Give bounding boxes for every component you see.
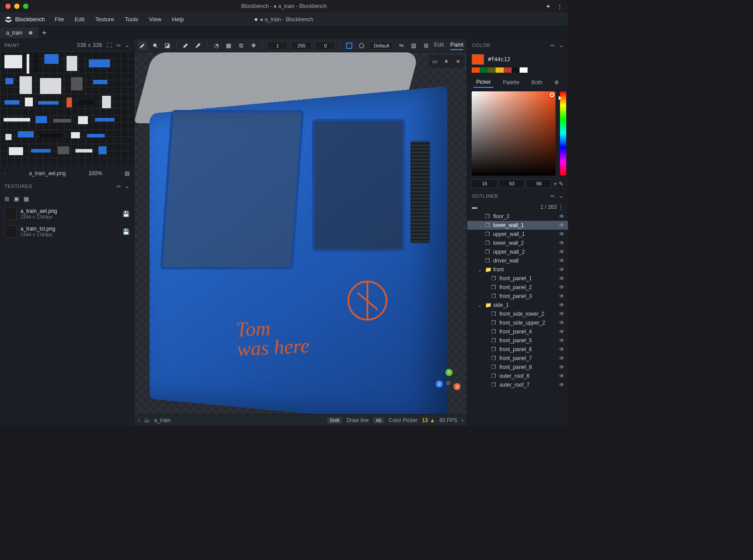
gradient-tool-icon[interactable] bbox=[163, 41, 172, 50]
visibility-icon[interactable]: 👁 bbox=[559, 231, 564, 237]
visibility-icon[interactable]: 👁 bbox=[559, 346, 564, 352]
chevron-down-icon[interactable]: ⌄ bbox=[559, 42, 564, 48]
viewport-menu-icon[interactable]: ≡ bbox=[453, 57, 462, 66]
outliner-row[interactable]: ❐front_side_lower_2👁 bbox=[467, 309, 568, 318]
tab-edit[interactable]: Edit bbox=[434, 41, 444, 50]
outliner-row[interactable]: ❐front_panel_4👁 bbox=[467, 327, 568, 336]
palette-swatch[interactable] bbox=[512, 67, 520, 73]
outliner-more-icon[interactable]: ⋮ bbox=[558, 204, 564, 210]
color-swatch[interactable] bbox=[472, 54, 484, 65]
brush-size-input[interactable]: 1 bbox=[267, 41, 288, 50]
sv-picker[interactable] bbox=[472, 91, 556, 176]
menu-edit[interactable]: Edit bbox=[70, 14, 89, 24]
visibility-icon[interactable]: 👁 bbox=[559, 364, 564, 370]
panel-options-icon[interactable]: ═ bbox=[117, 183, 121, 189]
outliner-row[interactable]: ❐front_panel_5👁 bbox=[467, 336, 568, 345]
outliner-row[interactable]: ❐upper_wall_2👁 bbox=[467, 247, 568, 256]
transform-tool-icon[interactable]: ✥ bbox=[249, 41, 258, 50]
texture-grid-icon[interactable]: ▦ bbox=[24, 196, 29, 202]
visibility-icon[interactable]: 👁 bbox=[559, 320, 564, 326]
menu-help[interactable]: Help bbox=[168, 14, 189, 24]
outliner-row[interactable]: ❐outer_roof_6👁 bbox=[467, 372, 568, 380]
circle-brush-icon[interactable] bbox=[357, 41, 366, 50]
import-texture-icon[interactable]: ▣ bbox=[14, 196, 19, 202]
visibility-icon[interactable]: 👁 bbox=[559, 382, 564, 388]
val-input[interactable]: 96 bbox=[526, 179, 552, 188]
panel-options-icon[interactable]: ═ bbox=[117, 42, 121, 48]
brush-tool-icon[interactable] bbox=[138, 41, 147, 50]
visibility-icon[interactable]: 👁 bbox=[559, 355, 564, 361]
outliner-row[interactable]: ❐driver_wall👁 bbox=[467, 256, 568, 265]
lock-alpha-icon[interactable]: ▥ bbox=[409, 41, 418, 50]
add-color-icon[interactable]: + bbox=[553, 180, 557, 187]
close-window-icon[interactable] bbox=[5, 4, 11, 9]
eraser-tool-icon[interactable] bbox=[181, 41, 190, 50]
uv-editor[interactable] bbox=[0, 51, 134, 167]
outliner-row[interactable]: ❐front_panel_1👁 bbox=[467, 274, 568, 283]
menu-file[interactable]: File bbox=[50, 14, 68, 24]
visibility-icon[interactable]: 👁 bbox=[559, 275, 564, 282]
opacity-input[interactable]: 255 bbox=[291, 41, 311, 50]
outliner-row[interactable]: ❐outer_roof_7👁 bbox=[467, 380, 568, 389]
fill-tool-icon[interactable] bbox=[150, 41, 159, 50]
copy-tool-icon[interactable]: ⧉ bbox=[237, 41, 245, 50]
outliner-row[interactable]: ❐lower_wall_1👁 bbox=[467, 221, 568, 230]
palette-swatch[interactable] bbox=[496, 67, 504, 73]
minimize-window-icon[interactable] bbox=[14, 4, 20, 9]
menu-texture[interactable]: Texture bbox=[91, 14, 119, 24]
shading-icon[interactable]: ☀ bbox=[442, 57, 451, 66]
palette-swatch[interactable] bbox=[480, 67, 488, 73]
visibility-icon[interactable]: 👁 bbox=[559, 284, 564, 290]
tab-both[interactable]: Both bbox=[529, 78, 545, 87]
outliner-row[interactable]: ❐front_panel_7👁 bbox=[467, 354, 568, 363]
chevron-down-icon[interactable]: ⌄ bbox=[125, 42, 130, 48]
extension-icon[interactable]: ✦ bbox=[546, 3, 551, 10]
open-tab-indicator[interactable]: ● a_train - Blockbench bbox=[255, 16, 313, 23]
outliner-row[interactable]: ❐front_panel_3👁 bbox=[467, 292, 568, 301]
palette-swatch[interactable] bbox=[504, 67, 512, 73]
hex-input[interactable]: #f44c12 bbox=[488, 56, 510, 63]
nav-back-icon[interactable]: ‹ bbox=[138, 417, 140, 423]
fullscreen-icon[interactable]: ⛶ bbox=[106, 42, 112, 48]
uv-layout-icon[interactable]: ▤ bbox=[125, 170, 130, 176]
maximize-window-icon[interactable] bbox=[23, 4, 28, 9]
expand-icon[interactable]: ⌄ bbox=[478, 303, 483, 308]
nav-forward-icon[interactable]: › bbox=[461, 417, 463, 423]
expand-icon[interactable]: ⌄ bbox=[478, 267, 483, 272]
tab-palette[interactable]: Palette bbox=[500, 78, 522, 87]
outliner-row[interactable]: ❐lower_wall_2👁 bbox=[467, 239, 568, 247]
visibility-icon[interactable]: 👁 bbox=[559, 249, 564, 255]
menu-tools[interactable]: Tools bbox=[120, 14, 142, 24]
hue-input[interactable]: 15 bbox=[472, 179, 497, 188]
visibility-icon[interactable]: 👁 bbox=[559, 337, 564, 344]
visibility-icon[interactable]: 👁 bbox=[559, 222, 564, 228]
viewport-3d[interactable]: Tom was here ▭ ☀ ≡ XYZ bbox=[134, 52, 467, 414]
visibility-icon[interactable]: 👁 bbox=[559, 266, 564, 273]
add-texture-icon[interactable]: ⊞ bbox=[4, 196, 9, 202]
orientation-gizmo[interactable]: XYZ bbox=[434, 369, 462, 397]
tab-picker[interactable]: Picker bbox=[473, 77, 493, 88]
more-icon[interactable]: ⋮ bbox=[557, 3, 563, 10]
texture-item[interactable]: a_train_tcl.png 1344 x 1344px 💾 bbox=[0, 223, 134, 240]
outliner-row[interactable]: ❐floor_2👁 bbox=[467, 212, 568, 221]
outliner-row[interactable]: ❐front_panel_6👁 bbox=[467, 345, 568, 354]
visibility-icon[interactable]: 👁 bbox=[559, 240, 564, 246]
shapes-tool-icon[interactable]: ◔ bbox=[212, 41, 221, 50]
square-brush-icon[interactable] bbox=[345, 41, 354, 50]
pixel-grid-icon[interactable]: ⊞ bbox=[422, 41, 430, 50]
visibility-icon[interactable]: 👁 bbox=[559, 311, 564, 317]
chevron-down-icon[interactable]: ⌄ bbox=[559, 193, 564, 199]
tab-paint[interactable]: Paint bbox=[450, 41, 464, 50]
visibility-icon[interactable]: 👁 bbox=[559, 293, 564, 299]
outliner-row[interactable]: ❐front_side_upper_2👁 bbox=[467, 318, 568, 327]
visibility-icon[interactable]: 👁 bbox=[559, 373, 564, 379]
palette-swatch[interactable] bbox=[488, 67, 496, 73]
blend-mode-select[interactable]: Default bbox=[370, 42, 393, 50]
visibility-icon[interactable]: 👁 bbox=[559, 258, 564, 264]
warnings-indicator[interactable]: 13▲ bbox=[422, 417, 435, 423]
softness-input[interactable]: 0 bbox=[315, 41, 335, 50]
palette-swatch[interactable] bbox=[520, 67, 528, 73]
sat-input[interactable]: 93 bbox=[499, 179, 524, 188]
panel-options-icon[interactable]: ═ bbox=[550, 193, 554, 199]
panel-options-icon[interactable]: ═ bbox=[550, 42, 554, 48]
